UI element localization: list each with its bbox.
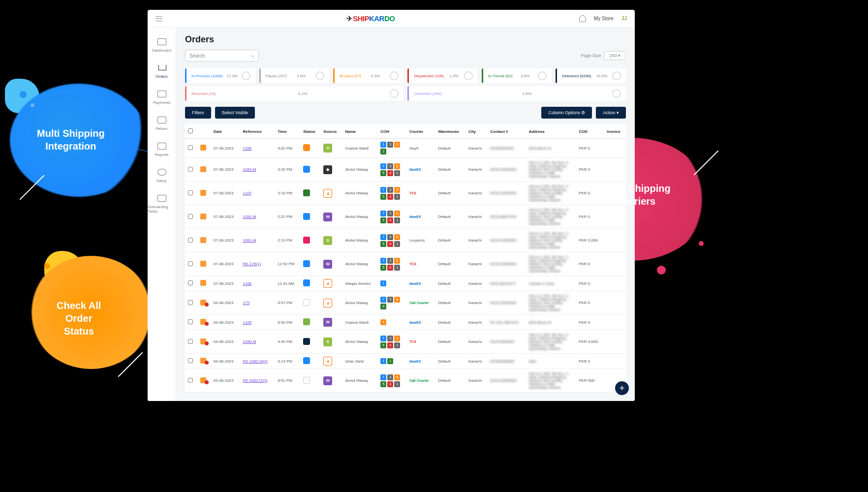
sidebar-item-dashboard[interactable]: Dashboard: [148, 32, 176, 59]
row-checkbox[interactable]: [188, 358, 193, 363]
select-all-checkbox[interactable]: [188, 128, 193, 133]
table-row[interactable]: 07-08-2023 1092-M 2:22 PM W Abdul Wasay …: [185, 205, 626, 229]
status-icon[interactable]: [303, 318, 310, 325]
row-checkbox[interactable]: [188, 261, 193, 266]
table-row[interactable]: 04-08-2023 RE-1082-M(4) 3:14 PM d Izhar …: [185, 354, 626, 369]
column-options-button[interactable]: Column Options ⚙: [541, 107, 592, 119]
status-icon[interactable]: [303, 377, 310, 384]
fab-add-button[interactable]: +: [615, 381, 629, 395]
filters-button[interactable]: Filters: [185, 107, 211, 119]
row-checkbox[interactable]: [188, 238, 193, 243]
reference-link[interactable]: 1105: [243, 320, 251, 325]
row-checkbox[interactable]: [188, 339, 193, 344]
column-header[interactable]: Courier: [406, 124, 435, 139]
invoice-cell: [604, 315, 626, 330]
column-header[interactable]: Address: [526, 124, 576, 139]
status-card[interactable]: Returned (19)0.2%: [185, 86, 403, 101]
sidebar-item-return[interactable]: Return: [148, 111, 176, 137]
status-icon[interactable]: [303, 279, 310, 286]
status-icon[interactable]: [303, 166, 310, 173]
column-header[interactable]: COD: [576, 124, 604, 139]
row-checkbox[interactable]: [188, 167, 193, 172]
reference-link[interactable]: RE-1082-M(4): [243, 359, 268, 364]
menu-toggle-icon[interactable]: [155, 16, 162, 21]
bell-icon[interactable]: [579, 15, 586, 22]
action-button[interactable]: Action ▾: [596, 107, 626, 119]
status-card[interactable]: Booked (27)0.3%: [333, 68, 403, 83]
row-checkbox[interactable]: [188, 280, 193, 285]
table-row[interactable]: 07-08-2023 RE-176(1) 12:52 PM W Abdul Wa…: [185, 252, 626, 276]
row-checkbox[interactable]: [188, 190, 193, 195]
sidebar-item-onboarding[interactable]: Onboarding Tasks: [148, 189, 176, 219]
column-header[interactable]: City: [465, 124, 487, 139]
column-header[interactable]: Invoice: [604, 124, 626, 139]
row-checkbox[interactable]: [188, 214, 193, 219]
column-header[interactable]: [197, 124, 211, 139]
table-row[interactable]: 04-08-2023 1105 8:56 PM W Osama Wasti 1 …: [185, 315, 626, 330]
status-icon[interactable]: [303, 237, 310, 244]
table-row[interactable]: 04-08-2023 175 8:57 PM d Abdul Wasay 738…: [185, 291, 626, 315]
row-checkbox[interactable]: [188, 300, 193, 305]
column-header[interactable]: Source: [320, 124, 342, 139]
status-icon[interactable]: [303, 260, 310, 267]
table-row[interactable]: 07-08-2023 1093-M 3:26 PM ◆ Abdul Wasay …: [185, 158, 626, 182]
column-header[interactable]: Status: [300, 124, 320, 139]
column-header[interactable]: [185, 124, 197, 139]
avatar[interactable]: JJ: [621, 16, 627, 21]
column-header[interactable]: Time: [275, 124, 300, 139]
page-size-select[interactable]: 250 ▾: [604, 51, 626, 60]
reference-link[interactable]: 1106: [243, 146, 251, 151]
row-checkbox[interactable]: [188, 319, 193, 324]
table-row[interactable]: 03-08-2023 RE-430172(3) 8:51 PM W Abdul …: [185, 369, 626, 393]
status-card[interactable]: Cancelled (390)4.8%: [407, 86, 626, 101]
status-icon[interactable]: [303, 144, 310, 151]
sidebar-item-reports[interactable]: Reports: [148, 137, 176, 163]
sidebar-item-payments[interactable]: Payments: [148, 85, 176, 111]
source-icon: W: [323, 260, 332, 269]
status-card[interactable]: In-Process (1008)12.3%: [185, 68, 255, 83]
column-header[interactable]: COH: [377, 124, 406, 139]
status-card[interactable]: In-Transit (62)0.8%: [482, 68, 552, 83]
column-header[interactable]: Date: [211, 124, 240, 139]
reference-link[interactable]: 1106: [243, 281, 251, 286]
table-row[interactable]: 07-08-2023 1107 3:18 PM d Abdul Wasay 73…: [185, 182, 626, 205]
select-visible-button[interactable]: Select Visible: [215, 107, 255, 119]
reference-link[interactable]: 1093-M: [243, 167, 256, 172]
city-cell: Karachi: [465, 182, 487, 205]
date-cell: 04-08-2023: [211, 330, 240, 354]
reference-link[interactable]: RE-430172(3): [243, 378, 267, 383]
status-card[interactable]: Pause (297)3.6%: [259, 68, 330, 83]
sidebar-item-setup[interactable]: Setup: [148, 163, 176, 189]
invoice-cell: [604, 291, 626, 315]
status-icon[interactable]: [303, 338, 310, 345]
store-name[interactable]: My Store: [594, 16, 614, 21]
column-header[interactable]: Warehouse: [435, 124, 465, 139]
date-cell: 07-08-2023: [211, 229, 240, 252]
reference-link[interactable]: 1091-M: [243, 238, 256, 243]
status-card[interactable]: Delivered (6290)76.8%: [556, 68, 626, 83]
reference-link[interactable]: 1092-M: [243, 215, 256, 219]
reference-link[interactable]: 1107: [243, 191, 251, 195]
reference-link[interactable]: RE-176(1): [243, 262, 261, 266]
address-cell: Malir: [526, 354, 576, 369]
sidebar: Dashboard Orders Payments Return Reports…: [148, 28, 176, 401]
row-checkbox[interactable]: [188, 378, 193, 383]
table-row[interactable]: 04-08-2023 1090-M 4:46 PM S Abdul Wasay …: [185, 330, 626, 354]
column-header[interactable]: Reference: [240, 124, 275, 139]
status-icon[interactable]: [303, 189, 310, 196]
row-checkbox[interactable]: [188, 145, 193, 150]
table-row[interactable]: 07-08-2023 1091-M 2:19 PM S Abdul Wasay …: [185, 229, 626, 252]
column-header[interactable]: Contact #: [487, 124, 526, 139]
reference-link[interactable]: 1090-M: [243, 339, 256, 344]
column-header[interactable]: Name: [342, 124, 377, 139]
table-row[interactable]: 07-08-2023 1106 4:02 PM S Osama Wasti 13…: [185, 139, 626, 158]
search-input[interactable]: Search⌕: [185, 50, 259, 62]
status-card[interactable]: Dispatched (109)1.3%: [407, 68, 478, 83]
time-cell: 2:19 PM: [275, 229, 300, 252]
reference-link[interactable]: 175: [243, 301, 249, 305]
table-row[interactable]: 07-08-2023 1106 11:41 AM d Waqas Ahmed 1…: [185, 276, 626, 291]
status-icon[interactable]: [303, 299, 310, 306]
status-icon[interactable]: [303, 213, 310, 220]
sidebar-item-orders[interactable]: Orders: [148, 59, 176, 85]
status-icon[interactable]: [303, 357, 310, 364]
